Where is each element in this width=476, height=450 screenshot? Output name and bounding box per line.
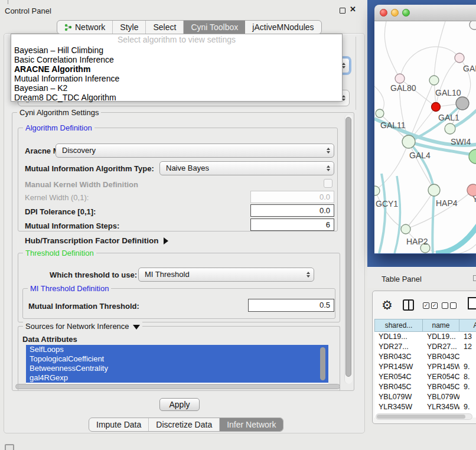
network-node-label: HAP4 bbox=[436, 198, 458, 208]
table-row[interactable]: YBL079WYBL079W bbox=[374, 392, 476, 402]
column-header-third[interactable]: A bbox=[459, 319, 476, 332]
network-node-label: Y bbox=[472, 194, 476, 204]
cell-value: 9. bbox=[459, 382, 476, 392]
hub-section-toggle[interactable]: Hub/Transcription Factor Definition bbox=[25, 236, 168, 245]
tab-discretize-data-label: Discretize Data bbox=[156, 418, 212, 431]
list-scrollbar-thumb[interactable] bbox=[320, 347, 325, 380]
mi-steps-field[interactable]: 6 bbox=[250, 219, 334, 231]
unchecked-checkbox-icon[interactable] bbox=[442, 302, 448, 309]
tab-network[interactable]: Network bbox=[57, 21, 113, 34]
tab-style[interactable]: Style bbox=[113, 21, 146, 34]
network-node-label: HAP2 bbox=[406, 237, 428, 246]
close-traffic-light-icon[interactable] bbox=[380, 9, 387, 17]
checked-checkbox-icon[interactable]: ✓ bbox=[431, 302, 438, 309]
dropdown-item-selected[interactable]: ARACNE Algorithm bbox=[11, 64, 342, 74]
dropdown-item[interactable]: Bayesian – Hill Climbing bbox=[11, 45, 342, 55]
dropdown-item[interactable]: Dream8 DC_TDC Algorithm bbox=[11, 93, 342, 102]
collapse-down-arrow-icon bbox=[133, 325, 140, 330]
network-window[interactable]: GAL GAL80 GAL10 GAL1 GAL11 SWI4 GAL4 GCY… bbox=[374, 5, 476, 254]
column-header-shared-name[interactable]: shared... bbox=[374, 319, 423, 332]
collapsed-panel-icon[interactable] bbox=[5, 444, 14, 450]
cell-shared-name: YBL079W bbox=[374, 392, 423, 402]
network-icon bbox=[64, 24, 72, 31]
data-attributes-label: Data Attributes bbox=[22, 335, 77, 344]
table-row[interactable]: YDR27...YDR27...12 bbox=[374, 342, 476, 352]
tab-discretize-data[interactable]: Discretize Data bbox=[149, 418, 220, 431]
cell-shared-name: YLR345W bbox=[374, 402, 423, 412]
settings-vertical-scrollbar-thumb[interactable] bbox=[345, 117, 351, 377]
tab-style-label: Style bbox=[120, 21, 138, 34]
dropdown-item[interactable]: Mutual Information Inference bbox=[11, 74, 342, 83]
mi-threshold-field[interactable]: 0.5 bbox=[248, 299, 334, 312]
mi-type-combobox[interactable]: Naive Bayes bbox=[159, 161, 334, 175]
expand-right-arrow-icon bbox=[164, 237, 168, 244]
unchecked-checkbox-icon[interactable] bbox=[450, 302, 457, 309]
cell-shared-name: YDR27... bbox=[374, 342, 423, 352]
which-threshold-value: MI Threshold bbox=[145, 270, 190, 279]
checked-checkbox-icon[interactable]: ✓ bbox=[423, 302, 429, 309]
cell-name: YBR043C bbox=[423, 352, 459, 362]
manual-kernel-checkbox[interactable] bbox=[324, 179, 332, 188]
dropdown-prompt: Select algorithm to view settings bbox=[11, 34, 342, 45]
cell-name: YBL079W bbox=[423, 392, 459, 402]
tab-select-label: Select bbox=[153, 21, 176, 34]
list-item[interactable]: SelfLoops bbox=[26, 345, 328, 354]
control-panel-title: Control Panel bbox=[5, 6, 51, 15]
control-panel-tabbar: Network Style Select Cyni Toolbox jActiv… bbox=[57, 20, 322, 34]
tab-impute-data[interactable]: Impute Data bbox=[89, 418, 149, 431]
tab-jactivemnodules[interactable]: jActiveMNodules bbox=[245, 21, 321, 34]
table-row[interactable]: YDL19...YDL19...13 bbox=[374, 332, 476, 342]
dpi-tolerance-label: DPI Tolerance [0,1]: bbox=[25, 207, 96, 216]
minimize-traffic-light-icon[interactable] bbox=[391, 9, 399, 17]
new-table-icon[interactable] bbox=[468, 297, 476, 309]
close-icon[interactable]: ✕ bbox=[350, 5, 356, 14]
network-window-titlebar[interactable] bbox=[374, 5, 476, 21]
kernel-width-field[interactable]: 0.0 bbox=[250, 191, 334, 203]
cell-name: YLR345W bbox=[423, 402, 459, 412]
algorithm-definition-title: Algorithm Definition bbox=[23, 123, 94, 132]
dropdown-item[interactable]: Basic Correlation Inference bbox=[11, 55, 342, 64]
table-row[interactable]: YER054CYER054C8. bbox=[374, 372, 476, 382]
columns-icon[interactable] bbox=[403, 299, 414, 311]
table-horizontal-scrollbar-thumb[interactable] bbox=[377, 415, 465, 419]
data-attributes-list[interactable]: SelfLoops TopologicalCoefficient Between… bbox=[26, 345, 328, 384]
cyni-settings-title: Cyni Algorithm Settings bbox=[17, 108, 101, 117]
zoom-traffic-light-icon[interactable] bbox=[402, 9, 410, 17]
table-horizontal-scrollbar[interactable] bbox=[376, 413, 472, 420]
network-canvas[interactable]: GAL GAL80 GAL10 GAL1 GAL11 SWI4 GAL4 GCY… bbox=[374, 21, 476, 253]
table-row[interactable]: YBR045CYBR045C9. bbox=[374, 382, 476, 392]
which-threshold-combobox[interactable]: MI Threshold bbox=[138, 268, 314, 282]
cell-shared-name: YBR045C bbox=[374, 382, 423, 392]
cell-name: YPR145W bbox=[423, 362, 459, 372]
tab-select[interactable]: Select bbox=[146, 21, 184, 34]
mi-threshold-definition-title: MI Threshold Definition bbox=[28, 284, 111, 293]
application-root: Control Panel ✕ Network Style Select Cyn… bbox=[0, 0, 476, 450]
dpi-tolerance-field[interactable]: 0.0 bbox=[250, 204, 334, 217]
table-row[interactable]: YLR345WYLR345W9. bbox=[374, 402, 476, 412]
list-item[interactable]: gal4RGexp bbox=[26, 373, 328, 383]
table-panel-title: Table Panel bbox=[382, 275, 422, 283]
tab-cyni-toolbox[interactable]: Cyni Toolbox bbox=[184, 21, 245, 34]
tab-infer-network[interactable]: Infer Network bbox=[220, 418, 283, 431]
dropdown-item[interactable]: Bayesian – K2 bbox=[11, 83, 342, 93]
table-row[interactable]: YBR043CYBR043C bbox=[374, 352, 476, 362]
table-row[interactable]: YPR145WYPR145W9. bbox=[374, 362, 476, 372]
table-panel-float-icon[interactable] bbox=[473, 275, 476, 281]
divider-tick bbox=[8, 0, 8, 4]
float-panel-icon[interactable] bbox=[340, 8, 345, 14]
gear-icon[interactable]: ⚙ bbox=[382, 298, 393, 313]
list-item[interactable]: BetweennessCentrality bbox=[26, 364, 328, 373]
apply-button[interactable]: Apply bbox=[159, 398, 200, 411]
network-node-label: GAL bbox=[463, 64, 476, 73]
aracne-mode-combobox[interactable]: Discovery bbox=[56, 144, 334, 158]
table-body[interactable]: YDL19...YDL19...13 YDR27...YDR27...12 YB… bbox=[374, 332, 476, 418]
sources-title[interactable]: Sources for Network Inference bbox=[23, 322, 142, 331]
network-graph: GAL GAL80 GAL10 GAL1 GAL11 SWI4 GAL4 GCY… bbox=[374, 21, 476, 253]
sources-title-label: Sources for Network Inference bbox=[25, 322, 129, 331]
column-header-name[interactable]: name bbox=[423, 319, 459, 332]
tab-cyni-toolbox-label: Cyni Toolbox bbox=[191, 21, 238, 34]
cell-value: 13 bbox=[459, 332, 476, 342]
tab-infer-network-label: Infer Network bbox=[227, 418, 276, 431]
cell-shared-name: YPR145W bbox=[374, 362, 423, 372]
list-item[interactable]: TopologicalCoefficient bbox=[26, 354, 328, 364]
